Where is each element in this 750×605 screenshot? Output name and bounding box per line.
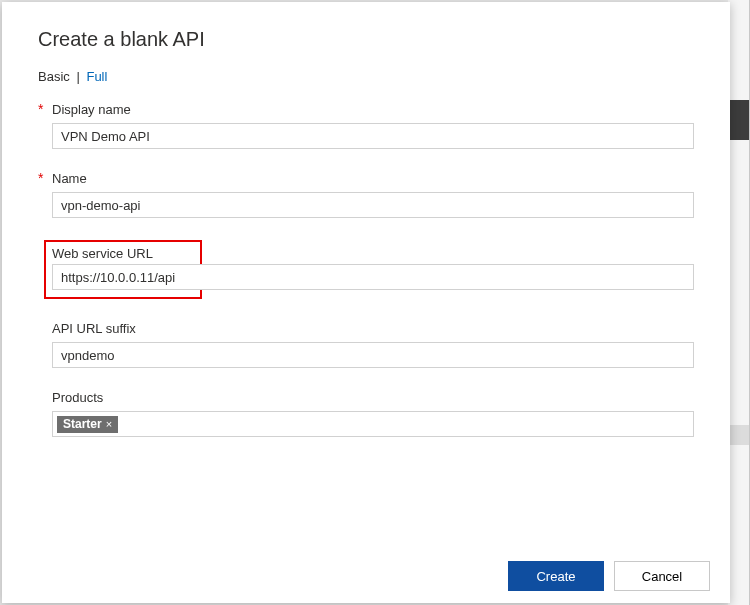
- product-tag-starter[interactable]: Starter ×: [57, 416, 118, 433]
- field-name: * Name: [38, 171, 694, 218]
- product-tag-label: Starter: [63, 417, 102, 431]
- display-name-label: Display name: [52, 102, 131, 117]
- close-icon[interactable]: ×: [106, 418, 112, 430]
- panel-title: Create a blank API: [38, 28, 694, 51]
- view-switch: Basic | Full: [38, 69, 694, 84]
- field-display-name: * Display name: [38, 102, 694, 149]
- api-url-suffix-label: API URL suffix: [52, 321, 136, 336]
- name-label: Name: [52, 171, 87, 186]
- required-indicator: *: [38, 171, 44, 185]
- name-input[interactable]: [52, 192, 694, 218]
- web-service-url-label: Web service URL: [52, 246, 153, 261]
- panel-footer: Create Cancel: [508, 561, 710, 591]
- products-input[interactable]: Starter ×: [52, 411, 694, 437]
- field-api-url-suffix: API URL suffix: [38, 321, 694, 368]
- field-products: Products Starter ×: [38, 390, 694, 437]
- create-button[interactable]: Create: [508, 561, 604, 591]
- display-name-input[interactable]: [52, 123, 694, 149]
- cancel-button[interactable]: Cancel: [614, 561, 710, 591]
- web-service-url-input[interactable]: [52, 264, 694, 290]
- create-api-panel: Create a blank API Basic | Full * Displa…: [2, 2, 730, 603]
- api-url-suffix-input[interactable]: [52, 342, 694, 368]
- products-label: Products: [52, 390, 103, 405]
- field-web-service-url: Web service URL: [38, 240, 694, 299]
- required-indicator: *: [38, 102, 44, 116]
- tab-basic[interactable]: Basic: [38, 69, 70, 84]
- tab-full[interactable]: Full: [86, 69, 107, 84]
- tab-separator: |: [76, 69, 79, 84]
